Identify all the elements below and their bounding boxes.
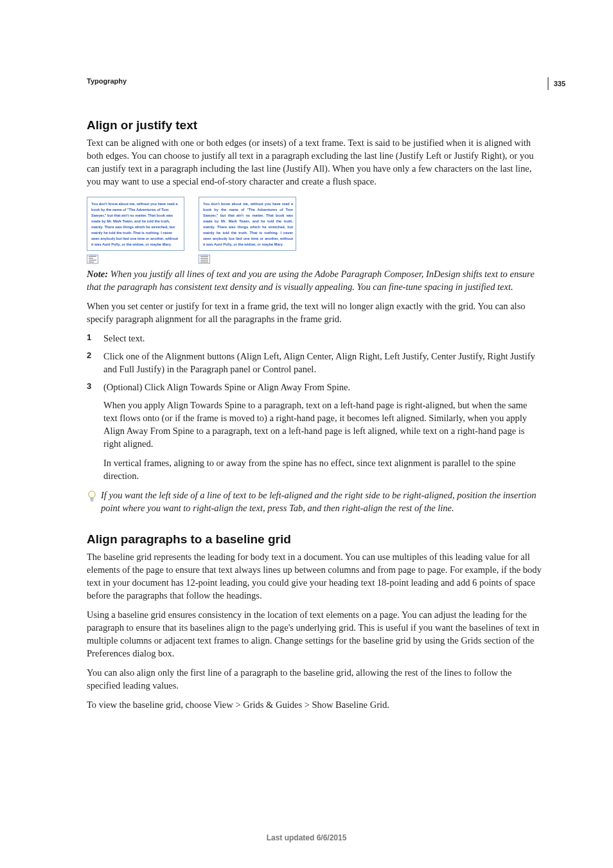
section-label: Typography [87,77,542,85]
heading-align-or-justify: Align or justify text [87,118,542,132]
lightbulb-icon [87,490,97,503]
step-item: (Optional) Click Align Towards Spine or … [87,381,542,482]
figure-column-left: You don't know about me, without you hav… [87,197,184,264]
paragraph: Using a baseline grid ensures consistenc… [87,608,542,660]
svg-point-0 [89,491,95,497]
tip-text: If you want the left side of a line of t… [101,489,542,514]
footer-last-updated: Last updated 6/6/2015 [0,833,613,842]
document-page: 335 Typography Align or justify text Tex… [0,0,613,868]
paragraph: When you set center or justify for text … [87,300,542,325]
sample-text-justified: You don't know about me, without you hav… [203,201,293,248]
svg-rect-2 [91,499,94,500]
paragraph: When you apply Align Towards Spine to a … [103,399,542,450]
sample-text-left: You don't know about me, without you hav… [91,201,181,248]
paragraph: Text can be aligned with one or both edg… [87,136,542,188]
heading-align-to-baseline-grid: Align paragraphs to a baseline grid [87,532,542,547]
note: Note: When you justify all lines of text… [87,267,542,293]
step-item: Select text. [87,332,542,345]
alignment-figure: You don't know about me, without you hav… [87,197,542,264]
figure-column-right: You don't know about me, without you hav… [199,197,296,264]
paragraph: The baseline grid represents the leading… [87,550,542,602]
svg-rect-1 [91,498,94,498]
step-item: Click one of the Alignment buttons (Alig… [87,350,542,375]
paragraph: In vertical frames, aligning to or away … [103,457,542,482]
page-number: 335 [547,77,565,90]
justify-all-icon [199,255,210,264]
step-text: (Optional) Click Align Towards Spine or … [103,382,350,392]
paragraph: You can also align only the first line o… [87,666,542,692]
note-text: When you justify all lines of text and y… [87,269,535,292]
paragraph: To view the baseline grid, choose View >… [87,698,542,711]
text-frame-left-aligned: You don't know about me, without you hav… [87,197,184,251]
tip: If you want the left side of a line of t… [87,489,542,514]
text-frame-justified: You don't know about me, without you hav… [199,197,296,251]
steps-list: Select text. Click one of the Alignment … [87,332,542,482]
page-content: Align or justify text Text can be aligne… [87,118,542,711]
svg-rect-3 [91,500,93,501]
align-left-icon [87,255,98,264]
